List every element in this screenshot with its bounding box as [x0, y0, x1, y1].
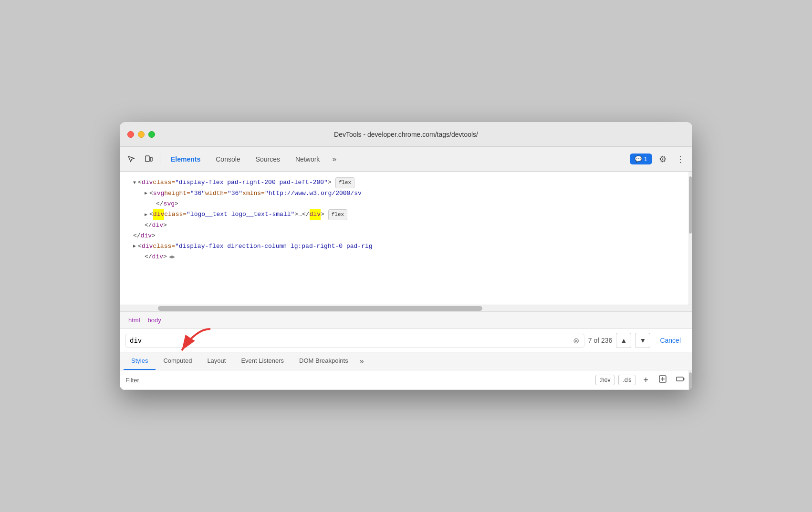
scrollbar-h-thumb[interactable]: [158, 306, 482, 311]
bottom-scrollbar[interactable]: [688, 370, 692, 389]
chat-badge[interactable]: 💬 1: [630, 154, 652, 164]
filter-input-wrapper: Filter: [125, 377, 592, 384]
html-line[interactable]: </div>: [120, 220, 692, 231]
filter-right: :hov .cls +: [595, 373, 687, 387]
devtools-toolbar: Elements Console Sources Network » 💬 1 ⚙…: [120, 147, 692, 172]
devtools-main: ▼ <div class="display-flex pad-right-200…: [120, 172, 692, 390]
bottom-tab-more-button[interactable]: »: [356, 353, 368, 369]
filter-bar: Filter :hov .cls +: [120, 370, 692, 390]
maximize-button[interactable]: [148, 131, 155, 138]
svg-rect-6: [677, 377, 683, 381]
html-line[interactable]: </div> ◀▶: [120, 252, 692, 262]
svg-rect-0: [146, 156, 149, 162]
tab-sources[interactable]: Sources: [249, 153, 287, 166]
vertical-scrollbar[interactable]: [688, 172, 692, 305]
search-input[interactable]: [130, 337, 572, 344]
flex-badge[interactable]: flex: [328, 209, 347, 220]
bottom-scrollbar-thumb[interactable]: [689, 372, 692, 390]
search-clear-button[interactable]: ⊗: [572, 336, 580, 345]
toolbar-right: 💬 1 ⚙ ⋮: [630, 152, 688, 167]
tab-styles[interactable]: Styles: [124, 352, 156, 370]
search-input-wrapper: ⊗: [125, 334, 584, 348]
new-style-rule-button[interactable]: [656, 373, 669, 387]
html-line[interactable]: ▶ <svg height="36" width="36" xmlns="htt…: [120, 188, 692, 199]
tab-more-button[interactable]: »: [328, 153, 340, 165]
bottom-panel: Styles Computed Layout Event Listeners D…: [120, 352, 692, 390]
close-button[interactable]: [127, 131, 134, 138]
window-title: DevTools - developer.chrome.com/tags/dev…: [334, 131, 478, 138]
more-options-button[interactable]: ⋮: [673, 152, 688, 167]
breadcrumb-html[interactable]: html: [125, 316, 143, 325]
settings-button[interactable]: ⚙: [655, 152, 670, 167]
search-cancel-button[interactable]: Cancel: [654, 334, 687, 347]
tab-dom-breakpoints[interactable]: DOM Breakpoints: [291, 352, 356, 370]
title-bar: DevTools - developer.chrome.com/tags/dev…: [120, 122, 692, 147]
search-prev-button[interactable]: ▲: [616, 333, 631, 348]
scrollbar-thumb[interactable]: [689, 176, 692, 234]
search-next-button[interactable]: ▼: [635, 333, 650, 348]
plus-button[interactable]: +: [639, 374, 652, 387]
svg-rect-1: [150, 157, 152, 161]
expand-arrow[interactable]: ▼: [133, 179, 136, 187]
html-line[interactable]: </svg>: [120, 199, 692, 209]
minimize-button[interactable]: [138, 131, 145, 138]
device-toolbar-button[interactable]: [141, 152, 156, 167]
expand-arrow[interactable]: ▶: [133, 242, 136, 250]
tab-elements[interactable]: Elements: [164, 153, 207, 166]
html-line-highlighted[interactable]: ▶ <div class="logo__text logo__text-smal…: [120, 209, 692, 220]
flex-badge[interactable]: flex: [335, 177, 354, 188]
search-count: 7 of 236: [588, 337, 613, 344]
expand-arrow[interactable]: ▶: [145, 189, 147, 197]
html-line[interactable]: ▶ <div class="display-flex direction-col…: [120, 241, 692, 252]
tab-event-listeners[interactable]: Event Listeners: [233, 352, 291, 370]
tab-layout[interactable]: Layout: [199, 352, 233, 370]
cls-button[interactable]: .cls: [618, 375, 635, 385]
breadcrumb-bar: html body: [120, 312, 692, 329]
tab-console[interactable]: Console: [209, 153, 247, 166]
html-panel: ▼ <div class="display-flex pad-right-200…: [120, 172, 692, 305]
toolbar-separator: [160, 154, 160, 165]
svg-marker-8: [683, 378, 685, 380]
breadcrumb-body[interactable]: body: [145, 316, 164, 325]
bottom-tabs: Styles Computed Layout Event Listeners D…: [120, 352, 692, 370]
filter-label: Filter: [125, 377, 139, 384]
element-state-button[interactable]: [673, 373, 687, 387]
hov-button[interactable]: :hov: [595, 375, 615, 385]
tab-computed[interactable]: Computed: [156, 352, 199, 370]
traffic-lights: [127, 131, 155, 138]
inspect-element-button[interactable]: [124, 152, 139, 167]
tab-network[interactable]: Network: [289, 153, 326, 166]
html-line[interactable]: ▼ <div class="display-flex pad-right-200…: [120, 177, 692, 188]
horizontal-scrollbar[interactable]: [120, 305, 692, 312]
expand-arrow[interactable]: ▶: [145, 211, 147, 219]
html-line[interactable]: </div>: [120, 231, 692, 241]
search-bar: ⊗ 7 of 236 ▲ ▼ Cancel: [120, 329, 692, 352]
devtools-window: DevTools - developer.chrome.com/tags/dev…: [120, 122, 692, 390]
